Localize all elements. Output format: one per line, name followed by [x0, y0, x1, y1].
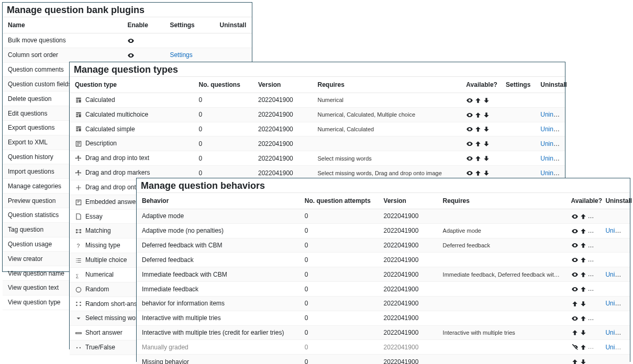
qtype-noq: 0 [194, 122, 253, 136]
visibility-icon[interactable] [466, 155, 473, 162]
move-up-icon[interactable] [580, 315, 587, 322]
qtype-icon [75, 111, 82, 119]
uninstall-link[interactable]: Uninstall [605, 300, 629, 307]
visibility-icon[interactable] [466, 140, 473, 147]
uninstall-link[interactable]: Uninstall [540, 111, 564, 118]
qtype-icon [75, 271, 82, 279]
visibility-icon[interactable] [571, 256, 579, 264]
move-up-icon[interactable] [580, 256, 587, 264]
behavior-attempts: 0 [299, 253, 379, 267]
plugin-name: Column sort order [3, 48, 122, 62]
uninstall-link[interactable]: Uninstall [540, 126, 564, 133]
plugins-th-name: Name [3, 17, 122, 33]
types-th-requires: Requires [313, 77, 461, 93]
behavior-version: 2022041900 [379, 355, 438, 364]
move-up-icon[interactable] [571, 329, 579, 336]
move-down-icon[interactable] [483, 155, 490, 162]
plugin-name: Bulk move questions [3, 33, 122, 48]
move-up-icon[interactable] [474, 155, 482, 162]
move-up-icon[interactable] [580, 228, 587, 235]
move-up-icon[interactable] [474, 111, 482, 119]
move-down-icon[interactable] [483, 126, 490, 133]
qtype-name: Short answer [85, 329, 123, 336]
move-up-icon[interactable] [580, 271, 587, 278]
qtype-icon [75, 242, 82, 249]
plugins-th-enable: Enable [122, 17, 164, 33]
behavior-version: 2022041900 [379, 325, 438, 340]
qtype-name: Drag and drop into text [85, 154, 149, 162]
move-up-icon[interactable] [474, 169, 482, 177]
visibility-icon[interactable] [571, 286, 579, 293]
move-up-icon[interactable] [474, 97, 482, 104]
qtype-requires: Numerical, Calculated [313, 122, 461, 136]
qtype-version: 2022041900 [253, 93, 313, 108]
behavior-attempts: 0 [299, 296, 379, 311]
move-down-icon[interactable] [483, 97, 490, 104]
uninstall-link[interactable]: Uninstall [605, 344, 629, 351]
plugin-row: Bulk move questions [3, 33, 252, 48]
move-up-icon[interactable] [474, 140, 482, 147]
qtype-name: True/False [85, 344, 115, 351]
behavior-row: Deferred feedback with CBM02022041900Def… [137, 238, 630, 253]
qtype-icon [75, 329, 82, 337]
uninstall-link[interactable]: Uninstall [540, 155, 564, 162]
move-up-icon[interactable] [580, 344, 587, 351]
behavior-name: Manually graded [137, 340, 299, 355]
behavior-requires [438, 253, 566, 267]
behavior-attempts: 0 [299, 223, 379, 238]
move-up-icon[interactable] [580, 286, 587, 293]
qtype-version: 2022041900 [253, 107, 313, 122]
move-up-icon[interactable] [571, 300, 579, 308]
enable-toggle-icon[interactable] [127, 52, 135, 59]
uninstall-link[interactable]: Uninstall [540, 140, 564, 147]
plugins-th-uninstall: Uninstall [215, 17, 252, 33]
move-up-icon[interactable] [580, 213, 587, 220]
qtype-name: Drag and drop markers [85, 169, 150, 176]
visibility-icon[interactable] [571, 228, 579, 235]
qtype-name: Matching [85, 227, 111, 234]
behavior-attempts: 0 [299, 267, 379, 282]
behavior-requires: Interactive with multiple tries [438, 325, 566, 340]
uninstall-link[interactable]: Uninstall [605, 227, 629, 234]
behavior-attempts: 0 [299, 209, 379, 224]
behavior-attempts: 0 [299, 355, 379, 364]
move-down-icon[interactable] [580, 358, 587, 364]
behavior-requires [438, 296, 566, 311]
types-th-type: Question type [70, 77, 194, 93]
behavior-version: 2022041900 [379, 311, 438, 325]
settings-link[interactable]: Settings [170, 51, 192, 59]
move-down-icon[interactable] [483, 111, 490, 119]
behavior-row: Manually graded02022041900Uninstall [137, 340, 630, 355]
behavior-name: Adaptive mode [137, 209, 299, 224]
uninstall-link[interactable]: Uninstall [605, 271, 629, 278]
visibility-icon[interactable] [466, 126, 473, 133]
move-up-icon[interactable] [571, 358, 579, 364]
visibility-icon[interactable] [571, 213, 579, 220]
move-down-icon[interactable] [483, 169, 490, 177]
visibility-icon[interactable] [466, 111, 473, 119]
visibility-icon[interactable] [571, 315, 579, 322]
behav-th-attempts: No. question attempts [299, 193, 379, 209]
behavior-attempts: 0 [299, 325, 379, 340]
move-up-icon[interactable] [474, 126, 482, 133]
visibility-off-icon[interactable] [571, 344, 579, 351]
behavior-version: 2022041900 [379, 253, 438, 267]
visibility-icon[interactable] [466, 97, 473, 104]
move-down-icon[interactable] [483, 140, 490, 147]
visibility-icon[interactable] [571, 242, 579, 249]
move-down-icon[interactable] [580, 329, 587, 336]
uninstall-link[interactable]: Uninstall [540, 169, 564, 177]
qtype-icon [75, 286, 82, 293]
enable-toggle-icon[interactable] [127, 37, 135, 44]
types-th-settings: Settings [501, 77, 535, 93]
qtype-name: Calculated [85, 96, 115, 104]
move-down-icon[interactable] [580, 300, 587, 308]
move-up-icon[interactable] [580, 242, 587, 249]
behavior-row: Adaptive mode02022041900 [137, 209, 630, 224]
uninstall-link[interactable]: Uninstall [605, 329, 629, 336]
types-th-version: Version [253, 77, 313, 93]
visibility-icon[interactable] [466, 169, 473, 177]
visibility-icon[interactable] [571, 271, 579, 278]
behavior-version: 2022041900 [379, 238, 438, 253]
qtype-name: Missing type [85, 242, 120, 249]
